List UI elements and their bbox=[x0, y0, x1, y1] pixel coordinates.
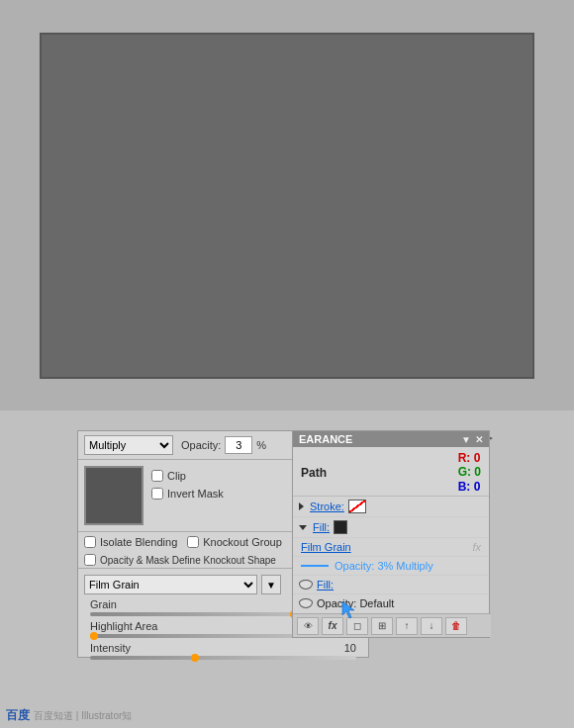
isolate-blending-label: Isolate Blending bbox=[100, 536, 177, 548]
collapse-icon[interactable]: ▼ bbox=[461, 434, 471, 445]
path-row: Path R: 0 G: 0 B: 0 bbox=[293, 447, 489, 497]
clip-row: Clip bbox=[151, 470, 224, 482]
intensity-label-row: Intensity 10 bbox=[90, 642, 356, 654]
fx-badge: fx bbox=[472, 541, 481, 553]
stroke-swatch[interactable] bbox=[348, 500, 366, 513]
filmgrain-effect-row: Film Grain fx bbox=[293, 538, 489, 557]
rgb-b-label: B: 0 bbox=[458, 480, 481, 494]
isolate-blending-checkbox[interactable] bbox=[84, 536, 96, 548]
knockout-group-label: Knockout Group bbox=[203, 536, 282, 548]
eye-icon-2[interactable] bbox=[299, 598, 313, 608]
opacity-default-text: Opacity: Default bbox=[317, 597, 394, 609]
intensity-label: Intensity bbox=[90, 642, 131, 654]
invert-mask-label: Invert Mask bbox=[167, 488, 224, 500]
panel-title: EARANCE bbox=[299, 433, 352, 445]
canvas-area bbox=[0, 0, 574, 410]
duplicate-btn[interactable]: ⊞ bbox=[371, 617, 393, 635]
highlight-slider-thumb[interactable] bbox=[90, 632, 98, 640]
fill-row: Fill: bbox=[293, 517, 489, 538]
checkboxes-col: Clip Invert Mask bbox=[151, 466, 224, 500]
canvas-inner bbox=[40, 33, 534, 379]
stroke-row: Stroke: bbox=[293, 497, 489, 517]
cursor-arrow bbox=[340, 599, 354, 619]
blend-mode-select[interactable]: Multiply Normal Screen Overlay bbox=[84, 435, 173, 455]
clip-label: Clip bbox=[167, 470, 186, 482]
path-label: Path bbox=[301, 466, 327, 480]
delete-btn[interactable]: 🗑 bbox=[445, 617, 467, 635]
percent-label: % bbox=[256, 439, 266, 451]
clip-checkbox[interactable] bbox=[151, 470, 163, 482]
filmgrain-select[interactable]: Film Grain bbox=[84, 575, 257, 594]
bottom-area: Multiply Normal Screen Overlay Opacity: … bbox=[0, 410, 574, 728]
fill-expand-icon[interactable] bbox=[299, 525, 307, 530]
isolate-blending-row: Isolate Blending bbox=[84, 536, 177, 548]
fill2-label[interactable]: Fill: bbox=[317, 579, 334, 591]
grain-label: Grain bbox=[90, 598, 117, 610]
new-item-btn[interactable]: ◻ bbox=[346, 617, 368, 635]
move-down-btn[interactable]: ↓ bbox=[421, 617, 442, 635]
opacity-mask-checkbox[interactable] bbox=[84, 554, 96, 566]
panel-icons: ▼ ✕ bbox=[461, 434, 483, 445]
opacity-mask-label: Opacity & Mask Define Knockout Shape bbox=[100, 555, 276, 566]
fill-label[interactable]: Fill: bbox=[313, 521, 330, 533]
opacity-effect-text: Opacity: 3% Multiply bbox=[335, 560, 433, 572]
svg-marker-0 bbox=[342, 601, 354, 618]
invert-mask-checkbox[interactable] bbox=[151, 488, 163, 500]
stroke-label[interactable]: Stroke: bbox=[310, 500, 344, 512]
watermark-text: 百度知道 | Illustrator知 bbox=[34, 709, 132, 723]
knockout-group-checkbox[interactable] bbox=[187, 536, 199, 548]
opacity-label: Opacity: bbox=[181, 439, 221, 451]
opacity-mask-checkbox-row: Opacity & Mask Define Knockout Shape bbox=[84, 554, 276, 566]
layer-thumbnail bbox=[84, 466, 144, 525]
bottom-fill-row: Fill: bbox=[293, 576, 489, 594]
layer-visibility-btn[interactable]: 👁 bbox=[297, 617, 319, 635]
invert-mask-row: Invert Mask bbox=[151, 488, 224, 500]
close-icon[interactable]: ✕ bbox=[475, 434, 483, 445]
rgb-r-label: R: 0 bbox=[458, 451, 481, 465]
fill-swatch[interactable] bbox=[334, 520, 347, 534]
opacity-effect-row: Opacity: 3% Multiply bbox=[293, 557, 489, 576]
filmgrain-effect-label[interactable]: Film Grain bbox=[301, 541, 351, 553]
intensity-slider-track[interactable] bbox=[90, 656, 356, 660]
knockout-group-row: Knockout Group bbox=[187, 536, 282, 548]
eye-icon[interactable] bbox=[299, 580, 313, 590]
intensity-row: Intensity 10 bbox=[86, 642, 360, 660]
panel-titlebar: EARANCE ▼ ✕ bbox=[293, 431, 489, 447]
add-fx-btn[interactable]: fx bbox=[322, 617, 343, 635]
appearance-panel: EARANCE ▼ ✕ Path R: 0 G: 0 B: 0 Stroke: … bbox=[292, 430, 490, 638]
highlight-label: Highlight Area bbox=[90, 620, 158, 632]
opacity-default-row: Opacity: Default bbox=[293, 594, 489, 612]
intensity-value: 10 bbox=[327, 642, 356, 654]
rgb-g-label: G: 0 bbox=[458, 465, 481, 479]
stroke-expand-icon[interactable] bbox=[299, 502, 304, 510]
watermark-logo: 百度 bbox=[6, 707, 30, 724]
rgb-badge: R: 0 G: 0 B: 0 bbox=[458, 451, 481, 494]
move-up-btn[interactable]: ↑ bbox=[396, 617, 418, 635]
panel-bottom-bar: 👁 fx ◻ ⊞ ↑ ↓ 🗑 bbox=[293, 613, 491, 637]
intensity-slider-thumb[interactable] bbox=[191, 654, 199, 662]
opacity-input[interactable] bbox=[225, 436, 252, 454]
opacity-line bbox=[301, 565, 329, 567]
watermark: 百度 百度知道 | Illustrator知 bbox=[0, 705, 138, 726]
filmgrain-dropdown-btn[interactable]: ▼ bbox=[261, 575, 281, 594]
